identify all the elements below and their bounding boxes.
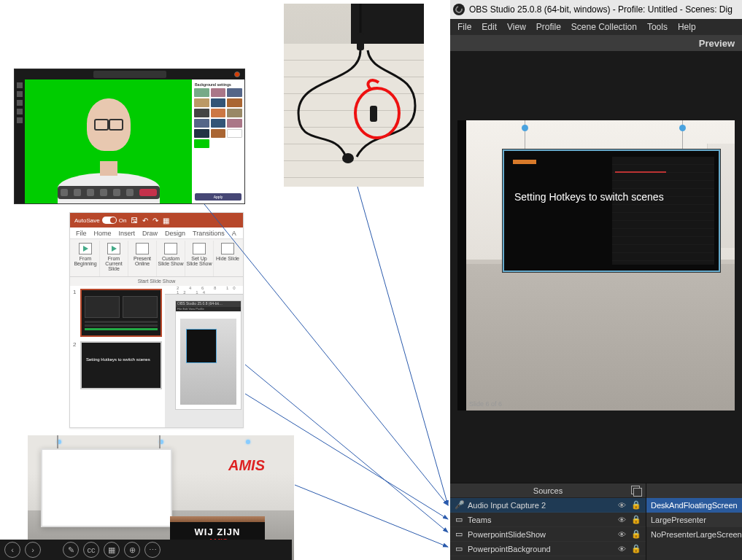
resize-handle[interactable]: [679, 125, 686, 131]
floating-slide-source[interactable]: Setting Hotkeys to switch scenes: [503, 149, 720, 272]
duplicate-icon[interactable]: [631, 486, 640, 494]
scenes-panel: DeskAndFloatingScreenLargePresenterNoPre…: [646, 483, 742, 560]
present-online-button[interactable]: Present Online: [128, 241, 157, 276]
quick-access[interactable]: 🖫↶↷▦: [131, 217, 169, 225]
svg-line-1: [358, 187, 448, 505]
scene-row[interactable]: LargePresenter: [646, 513, 742, 527]
custom-show-button[interactable]: Custom Slide Show: [157, 241, 185, 276]
resize-handle[interactable]: [522, 125, 528, 131]
win-icon: ▭: [455, 515, 463, 524]
tab-design[interactable]: Design: [165, 230, 185, 237]
eye-icon[interactable]: 👁: [617, 530, 627, 539]
earbud-photo: [284, 4, 424, 187]
source-row[interactable]: ▭PowerpointSlideShow👁🔒: [450, 527, 646, 542]
teams-call-toolbar[interactable]: [58, 186, 160, 199]
hide-slide-button[interactable]: Hide Slide: [214, 241, 241, 276]
sources-header: Sources: [450, 483, 646, 498]
win-icon: ▭: [455, 544, 463, 553]
presenter-toolbar[interactable]: ‹ › ✎ cc ▦ ⊕ ⋯: [0, 540, 292, 560]
obs-menubar[interactable]: File Edit View Profile Scene Collection …: [450, 19, 742, 35]
earbud: [342, 153, 354, 163]
menu-edit[interactable]: Edit: [482, 22, 497, 32]
mic-icon: 🎤: [455, 500, 463, 510]
pen-button[interactable]: ✎: [63, 542, 79, 558]
obs-titlebar: OBS Studio 25.0.8 (64-bit, windows) - Pr…: [450, 0, 742, 19]
teams-apprail: [15, 79, 25, 203]
embedded-obs-capture: OBS Studio 25.0.8 (64-bit… File Edit Vie…: [175, 300, 241, 410]
eye-icon[interactable]: 👁: [617, 516, 627, 524]
teams-avatar[interactable]: [234, 71, 240, 77]
lock-icon[interactable]: 🔒: [631, 500, 641, 510]
bg-panel-title: Background settings: [194, 82, 242, 88]
teams-bg-panel: Background settings Apply: [192, 79, 244, 203]
bg-thumbnails[interactable]: [194, 88, 242, 148]
source-label: Audio Input Capture 2: [468, 501, 612, 510]
lock-icon[interactable]: 🔒: [631, 544, 641, 553]
menu-tools[interactable]: Tools: [647, 22, 668, 32]
win-icon: ▭: [455, 529, 463, 539]
more-button[interactable]: ⋯: [144, 542, 161, 558]
slide-thumbnails[interactable]: 1 2 Setting Hotkeys to switch scenes: [70, 286, 165, 427]
tab-draw[interactable]: Draw: [142, 230, 158, 237]
lock-icon[interactable]: 🔒: [631, 529, 641, 539]
autosave-toggle[interactable]: AutoSaveOn: [74, 217, 126, 224]
slide-thumb-2[interactable]: Setting Hotkeys to switch scenes: [80, 341, 162, 389]
obs-window: OBS Studio 25.0.8 (64-bit, windows) - Pr…: [450, 0, 742, 560]
from-beginning-button[interactable]: From Beginning: [72, 241, 100, 276]
setup-button[interactable]: Set Up Slide Show: [185, 241, 214, 276]
ppt-titlebar: AutoSaveOn 🖫↶↷▦: [70, 213, 243, 228]
menu-view[interactable]: View: [507, 22, 526, 32]
scene-row[interactable]: NoPresenterLargeScreen: [646, 527, 742, 542]
scene-preview[interactable]: Setting Hotkeys to switch scenes Slide 6…: [457, 120, 735, 411]
virtual-screen: [41, 448, 172, 527]
ruler: 2 4 6 8 10 12 14: [165, 286, 243, 295]
menu-profile[interactable]: Profile: [536, 22, 561, 32]
scene-row[interactable]: DeskAndFloatingScreen: [646, 498, 742, 513]
bg-apply-button[interactable]: Apply: [195, 193, 241, 201]
source-label: PowerpointSlideShow: [468, 530, 612, 539]
teams-search[interactable]: [93, 71, 166, 78]
sources-panel: Sources 🎤Audio Input Capture 2👁🔒▭Teams👁🔒…: [450, 483, 646, 560]
view-button[interactable]: ▦: [104, 542, 120, 558]
menu-help[interactable]: Help: [678, 22, 696, 32]
source-row[interactable]: ▭Teams👁🔒: [450, 513, 646, 527]
obs-preview-area[interactable]: Setting Hotkeys to switch scenes Slide 6…: [450, 51, 742, 483]
subtitle-button[interactable]: cc: [83, 542, 99, 558]
ppt-tabs[interactable]: File Home Insert Draw Design Transitions…: [70, 228, 243, 239]
slide-editor[interactable]: 2 4 6 8 10 12 14 OBS Studio 25.0.8 (64-b…: [165, 286, 243, 427]
tab-insert[interactable]: Insert: [119, 230, 136, 237]
eye-icon[interactable]: 👁: [617, 501, 627, 510]
tab-a[interactable]: A: [232, 230, 236, 237]
lock-icon[interactable]: 🔒: [631, 515, 641, 524]
source-label: PowerpointBackground: [468, 545, 612, 553]
teams-video-green: [25, 79, 192, 203]
tab-file[interactable]: File: [76, 230, 87, 237]
powerpoint-window: AutoSaveOn 🖫↶↷▦ File Home Insert Draw De…: [69, 212, 244, 428]
prev-slide-button[interactable]: ‹: [4, 542, 20, 558]
preview-label: Preview: [450, 35, 742, 51]
ribbon-group: Start Slide Show: [70, 277, 243, 286]
teams-titlebar: [15, 69, 244, 79]
inline-remote: [370, 106, 377, 122]
tab-home[interactable]: Home: [94, 230, 112, 237]
teams-window: Background settings Apply: [14, 69, 245, 204]
from-current-button[interactable]: From Current Slide: [100, 241, 128, 276]
source-row[interactable]: 🎤Audio Input Capture 2👁🔒: [450, 498, 646, 513]
tab-transitions[interactable]: Transitions: [193, 230, 225, 237]
menu-scene-collection[interactable]: Scene Collection: [571, 22, 637, 32]
source-row[interactable]: ▭PowerpointBackground👁🔒: [450, 542, 646, 556]
usb-dongle: [357, 33, 364, 50]
next-slide-button[interactable]: ›: [25, 542, 41, 558]
obs-logo-icon: [453, 4, 465, 15]
ppt-ribbon: From Beginning From Current Slide Presen…: [70, 239, 243, 277]
svg-line-4: [295, 485, 448, 547]
slide-thumb-1[interactable]: [80, 289, 162, 337]
zoom-button[interactable]: ⊕: [124, 542, 140, 558]
eye-icon[interactable]: 👁: [617, 545, 627, 553]
amis-logo: AMIS: [228, 457, 265, 474]
menu-file[interactable]: File: [457, 22, 471, 32]
source-label: Teams: [468, 516, 612, 524]
slide-counter: Slide 6 of 6: [469, 400, 502, 408]
